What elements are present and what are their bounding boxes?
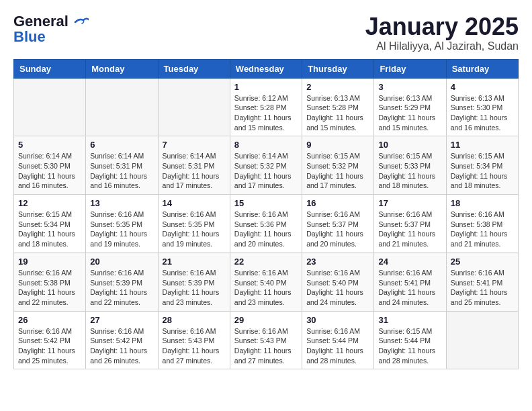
calendar-table: SundayMondayTuesdayWednesdayThursdayFrid… bbox=[13, 59, 519, 370]
calendar-cell: 24Sunrise: 6:16 AM Sunset: 5:41 PM Dayli… bbox=[374, 253, 446, 311]
day-info: Sunrise: 6:14 AM Sunset: 5:30 PM Dayligh… bbox=[18, 151, 81, 191]
day-number: 4 bbox=[451, 82, 514, 92]
week-row-2: 5Sunrise: 6:14 AM Sunset: 5:30 PM Daylig… bbox=[14, 136, 519, 195]
calendar-cell: 15Sunrise: 6:16 AM Sunset: 5:36 PM Dayli… bbox=[230, 195, 302, 253]
calendar-subtitle: Al Hilaliyya, Al Jazirah, Sudan bbox=[365, 40, 519, 52]
day-info: Sunrise: 6:15 AM Sunset: 5:34 PM Dayligh… bbox=[451, 151, 514, 191]
week-row-5: 26Sunrise: 6:16 AM Sunset: 5:42 PM Dayli… bbox=[14, 311, 519, 369]
weekday-header-row: SundayMondayTuesdayWednesdayThursdayFrid… bbox=[14, 59, 519, 78]
calendar-cell: 7Sunrise: 6:14 AM Sunset: 5:31 PM Daylig… bbox=[158, 136, 230, 195]
calendar-cell: 21Sunrise: 6:16 AM Sunset: 5:39 PM Dayli… bbox=[158, 253, 230, 311]
day-number: 5 bbox=[18, 140, 81, 150]
day-number: 24 bbox=[378, 257, 441, 267]
calendar-cell: 1Sunrise: 6:12 AM Sunset: 5:28 PM Daylig… bbox=[230, 78, 302, 136]
calendar-cell: 27Sunrise: 6:16 AM Sunset: 5:42 PM Dayli… bbox=[86, 311, 158, 369]
day-number: 8 bbox=[234, 140, 298, 150]
calendar-cell: 11Sunrise: 6:15 AM Sunset: 5:34 PM Dayli… bbox=[446, 136, 518, 195]
calendar-cell: 3Sunrise: 6:13 AM Sunset: 5:29 PM Daylig… bbox=[374, 78, 446, 136]
day-number: 30 bbox=[306, 315, 369, 325]
day-info: Sunrise: 6:16 AM Sunset: 5:39 PM Dayligh… bbox=[163, 268, 226, 308]
day-info: Sunrise: 6:16 AM Sunset: 5:44 PM Dayligh… bbox=[306, 326, 369, 366]
day-number: 13 bbox=[90, 198, 153, 208]
calendar-cell: 19Sunrise: 6:16 AM Sunset: 5:38 PM Dayli… bbox=[14, 253, 86, 311]
day-number: 1 bbox=[234, 82, 298, 92]
calendar-cell bbox=[86, 78, 158, 136]
day-number: 17 bbox=[378, 198, 441, 208]
calendar-cell: 13Sunrise: 6:16 AM Sunset: 5:35 PM Dayli… bbox=[86, 195, 158, 253]
day-number: 12 bbox=[18, 198, 81, 208]
calendar-cell: 6Sunrise: 6:14 AM Sunset: 5:31 PM Daylig… bbox=[86, 136, 158, 195]
day-info: Sunrise: 6:14 AM Sunset: 5:31 PM Dayligh… bbox=[163, 151, 226, 191]
bird-icon bbox=[74, 17, 89, 28]
day-info: Sunrise: 6:16 AM Sunset: 5:41 PM Dayligh… bbox=[378, 268, 441, 308]
weekday-header-monday: Monday bbox=[86, 59, 158, 78]
calendar-cell: 26Sunrise: 6:16 AM Sunset: 5:42 PM Dayli… bbox=[14, 311, 86, 369]
day-info: Sunrise: 6:16 AM Sunset: 5:36 PM Dayligh… bbox=[234, 210, 298, 249]
calendar-cell: 5Sunrise: 6:14 AM Sunset: 5:30 PM Daylig… bbox=[14, 136, 86, 195]
weekday-header-friday: Friday bbox=[374, 59, 446, 78]
calendar-cell: 30Sunrise: 6:16 AM Sunset: 5:44 PM Dayli… bbox=[302, 311, 374, 369]
day-info: Sunrise: 6:16 AM Sunset: 5:43 PM Dayligh… bbox=[163, 326, 226, 366]
calendar-cell bbox=[14, 78, 86, 136]
day-info: Sunrise: 6:16 AM Sunset: 5:38 PM Dayligh… bbox=[18, 268, 81, 308]
calendar-cell: 22Sunrise: 6:16 AM Sunset: 5:40 PM Dayli… bbox=[230, 253, 302, 311]
day-number: 11 bbox=[451, 140, 514, 150]
weekday-header-thursday: Thursday bbox=[302, 59, 374, 78]
calendar-cell: 17Sunrise: 6:16 AM Sunset: 5:37 PM Dayli… bbox=[374, 195, 446, 253]
calendar-title-section: January 2025 Al Hilaliyya, Al Jazirah, S… bbox=[365, 13, 519, 52]
day-info: Sunrise: 6:13 AM Sunset: 5:30 PM Dayligh… bbox=[451, 93, 514, 133]
weekday-header-wednesday: Wednesday bbox=[230, 59, 302, 78]
day-info: Sunrise: 6:13 AM Sunset: 5:29 PM Dayligh… bbox=[378, 93, 441, 133]
day-info: Sunrise: 6:16 AM Sunset: 5:42 PM Dayligh… bbox=[90, 326, 153, 366]
day-info: Sunrise: 6:14 AM Sunset: 5:32 PM Dayligh… bbox=[234, 151, 298, 191]
calendar-cell: 28Sunrise: 6:16 AM Sunset: 5:43 PM Dayli… bbox=[158, 311, 230, 369]
calendar-cell bbox=[158, 78, 230, 136]
logo-text: General bbox=[13, 13, 89, 30]
day-number: 28 bbox=[163, 315, 226, 325]
calendar-title: January 2025 bbox=[365, 13, 519, 40]
week-row-1: 1Sunrise: 6:12 AM Sunset: 5:28 PM Daylig… bbox=[14, 78, 519, 136]
weekday-header-saturday: Saturday bbox=[446, 59, 518, 78]
weekday-header-sunday: Sunday bbox=[14, 59, 86, 78]
calendar-cell: 4Sunrise: 6:13 AM Sunset: 5:30 PM Daylig… bbox=[446, 78, 518, 136]
day-number: 27 bbox=[90, 315, 153, 325]
day-number: 21 bbox=[163, 257, 226, 267]
logo-blue-text: Blue bbox=[13, 30, 46, 44]
day-info: Sunrise: 6:15 AM Sunset: 5:44 PM Dayligh… bbox=[378, 326, 441, 366]
day-number: 6 bbox=[90, 140, 153, 150]
day-number: 19 bbox=[18, 257, 81, 267]
day-info: Sunrise: 6:16 AM Sunset: 5:35 PM Dayligh… bbox=[163, 210, 226, 249]
calendar-cell: 9Sunrise: 6:15 AM Sunset: 5:32 PM Daylig… bbox=[302, 136, 374, 195]
calendar-cell: 29Sunrise: 6:16 AM Sunset: 5:43 PM Dayli… bbox=[230, 311, 302, 369]
calendar-cell: 18Sunrise: 6:16 AM Sunset: 5:38 PM Dayli… bbox=[446, 195, 518, 253]
calendar-cell: 31Sunrise: 6:15 AM Sunset: 5:44 PM Dayli… bbox=[374, 311, 446, 369]
day-number: 3 bbox=[378, 82, 441, 92]
day-info: Sunrise: 6:16 AM Sunset: 5:41 PM Dayligh… bbox=[451, 268, 514, 308]
day-number: 20 bbox=[90, 257, 153, 267]
day-number: 22 bbox=[234, 257, 298, 267]
day-number: 23 bbox=[306, 257, 369, 267]
day-info: Sunrise: 6:14 AM Sunset: 5:31 PM Dayligh… bbox=[90, 151, 153, 191]
day-number: 31 bbox=[378, 315, 441, 325]
day-info: Sunrise: 6:16 AM Sunset: 5:40 PM Dayligh… bbox=[234, 268, 298, 308]
calendar-cell: 25Sunrise: 6:16 AM Sunset: 5:41 PM Dayli… bbox=[446, 253, 518, 311]
day-info: Sunrise: 6:16 AM Sunset: 5:35 PM Dayligh… bbox=[90, 210, 153, 249]
day-number: 25 bbox=[451, 257, 514, 267]
calendar-cell: 16Sunrise: 6:16 AM Sunset: 5:37 PM Dayli… bbox=[302, 195, 374, 253]
day-info: Sunrise: 6:16 AM Sunset: 5:38 PM Dayligh… bbox=[451, 210, 514, 249]
calendar-cell: 2Sunrise: 6:13 AM Sunset: 5:28 PM Daylig… bbox=[302, 78, 374, 136]
week-row-4: 19Sunrise: 6:16 AM Sunset: 5:38 PM Dayli… bbox=[14, 253, 519, 311]
day-info: Sunrise: 6:12 AM Sunset: 5:28 PM Dayligh… bbox=[234, 93, 298, 133]
calendar-cell: 14Sunrise: 6:16 AM Sunset: 5:35 PM Dayli… bbox=[158, 195, 230, 253]
day-number: 7 bbox=[163, 140, 226, 150]
day-info: Sunrise: 6:16 AM Sunset: 5:42 PM Dayligh… bbox=[18, 326, 81, 366]
calendar-cell: 12Sunrise: 6:15 AM Sunset: 5:34 PM Dayli… bbox=[14, 195, 86, 253]
day-number: 14 bbox=[163, 198, 226, 208]
calendar-cell bbox=[446, 311, 518, 369]
day-number: 15 bbox=[234, 198, 298, 208]
day-info: Sunrise: 6:16 AM Sunset: 5:37 PM Dayligh… bbox=[306, 210, 369, 249]
calendar-cell: 23Sunrise: 6:16 AM Sunset: 5:40 PM Dayli… bbox=[302, 253, 374, 311]
day-number: 26 bbox=[18, 315, 81, 325]
day-number: 16 bbox=[306, 198, 369, 208]
weekday-header-tuesday: Tuesday bbox=[158, 59, 230, 78]
